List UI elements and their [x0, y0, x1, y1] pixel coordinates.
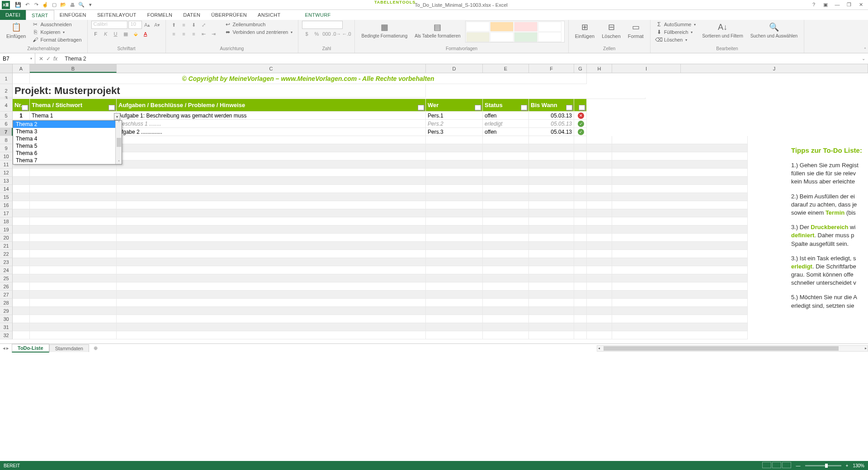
- format-painter-button[interactable]: 🖌Format übertragen: [30, 36, 83, 43]
- tab-daten[interactable]: DATEN: [178, 10, 206, 20]
- cell[interactable]: [117, 160, 426, 169]
- paste-button[interactable]: 📋 Einfügen: [4, 21, 28, 40]
- fill-button[interactable]: ⬇Füllbereich▾: [654, 28, 698, 36]
- view-normal-icon[interactable]: [762, 462, 771, 468]
- cell[interactable]: [117, 331, 426, 339]
- accounting-icon[interactable]: $: [302, 30, 311, 38]
- cell[interactable]: [612, 274, 748, 282]
- cell[interactable]: [426, 209, 483, 217]
- qat-touch-icon[interactable]: ☝: [42, 1, 49, 9]
- tab-ansicht[interactable]: ANSICHT: [252, 10, 286, 20]
- cell[interactable]: [574, 331, 587, 339]
- cell[interactable]: [483, 201, 529, 209]
- cell[interactable]: [483, 234, 529, 242]
- cell[interactable]: [117, 250, 426, 258]
- qat-customize-icon[interactable]: ▾: [87, 1, 94, 9]
- row-header[interactable]: 1: [0, 73, 13, 84]
- cell[interactable]: [574, 234, 587, 242]
- cell[interactable]: [13, 307, 30, 315]
- cell[interactable]: [587, 315, 612, 323]
- row-header[interactable]: 10: [0, 152, 13, 160]
- dropdown-item[interactable]: Thema 2: [13, 121, 115, 128]
- sheet-first-icon[interactable]: ◂: [3, 345, 5, 351]
- cell[interactable]: ufgabe 2 ..............: [117, 128, 426, 136]
- cell[interactable]: [426, 323, 483, 331]
- cell[interactable]: [30, 250, 117, 258]
- cell[interactable]: [30, 266, 117, 274]
- cell[interactable]: [426, 282, 483, 291]
- cell[interactable]: [483, 152, 529, 160]
- cell[interactable]: [529, 136, 574, 144]
- qat-undo-icon[interactable]: ↶: [24, 1, 31, 9]
- conditional-format-button[interactable]: ▦ Bedingte Formatierung: [359, 21, 410, 39]
- help-icon[interactable]: ?: [810, 2, 817, 8]
- cell[interactable]: [13, 209, 30, 217]
- cell[interactable]: [30, 331, 117, 339]
- cell[interactable]: [30, 193, 117, 201]
- cell[interactable]: [483, 185, 529, 193]
- cell[interactable]: [483, 291, 529, 299]
- cell[interactable]: [30, 201, 117, 209]
- cell[interactable]: [117, 242, 426, 250]
- cell[interactable]: [426, 250, 483, 258]
- cell[interactable]: [612, 152, 748, 160]
- cell[interactable]: [483, 160, 529, 169]
- cell[interactable]: [587, 291, 612, 299]
- align-bottom-icon[interactable]: ⬇: [189, 21, 198, 29]
- cell[interactable]: [13, 331, 30, 339]
- cell[interactable]: [529, 185, 574, 193]
- filter-button[interactable]: ▾: [521, 105, 528, 111]
- cell[interactable]: [574, 144, 587, 152]
- cell[interactable]: [529, 331, 574, 339]
- cell[interactable]: [426, 217, 483, 226]
- dropdown-item[interactable]: Thema 5: [13, 142, 115, 150]
- cell[interactable]: [426, 266, 483, 274]
- cell[interactable]: [426, 193, 483, 201]
- cell[interactable]: [13, 282, 30, 291]
- cell[interactable]: [612, 144, 748, 152]
- cell[interactable]: [529, 177, 574, 185]
- cell[interactable]: [13, 201, 30, 209]
- close-icon[interactable]: ✕: [857, 2, 864, 8]
- insert-cells-button[interactable]: ⊞Einfügen: [572, 21, 597, 40]
- cell[interactable]: [587, 274, 612, 282]
- cell[interactable]: [612, 160, 748, 169]
- cell[interactable]: [529, 217, 574, 226]
- align-center-icon[interactable]: ≡: [179, 30, 189, 38]
- cell[interactable]: [587, 331, 612, 339]
- row-header[interactable]: 13: [0, 177, 13, 185]
- cell[interactable]: [426, 144, 483, 152]
- row-header[interactable]: 29: [0, 307, 13, 315]
- cell[interactable]: [117, 209, 426, 217]
- cell[interactable]: [574, 177, 587, 185]
- cell[interactable]: [117, 136, 426, 144]
- cell[interactable]: [612, 315, 748, 323]
- wrap-text-button[interactable]: ↩Zeilenumbruch: [223, 21, 295, 28]
- cell[interactable]: [529, 201, 574, 209]
- cell[interactable]: [587, 307, 612, 315]
- cell[interactable]: [483, 331, 529, 339]
- cell-styles-gallery[interactable]: [465, 21, 565, 42]
- cell[interactable]: [612, 258, 748, 266]
- cell[interactable]: offen: [483, 112, 529, 120]
- cell[interactable]: [117, 144, 426, 152]
- format-cells-button[interactable]: ▭Format: [625, 21, 646, 40]
- cell[interactable]: [574, 315, 587, 323]
- zoom-in-icon[interactable]: +: [846, 463, 849, 468]
- cell[interactable]: [587, 323, 612, 331]
- indent-increase-icon[interactable]: ⇥: [209, 30, 218, 38]
- zoom-slider[interactable]: [805, 465, 841, 466]
- cell[interactable]: erledigt: [483, 120, 529, 128]
- cell[interactable]: [483, 169, 529, 177]
- row-header[interactable]: 30: [0, 315, 13, 323]
- table-header[interactable]: Status▾: [483, 99, 529, 112]
- italic-icon[interactable]: K: [101, 30, 110, 38]
- cell[interactable]: [483, 299, 529, 307]
- cell[interactable]: [117, 266, 426, 274]
- tab-seitenlayout[interactable]: SEITENLAYOUT: [92, 10, 142, 20]
- fx-icon[interactable]: fx: [53, 56, 57, 62]
- font-name-input[interactable]: Calibri: [91, 21, 127, 29]
- filter-button[interactable]: ▾: [579, 105, 585, 111]
- row-header[interactable]: 23: [0, 258, 13, 266]
- cell[interactable]: [574, 258, 587, 266]
